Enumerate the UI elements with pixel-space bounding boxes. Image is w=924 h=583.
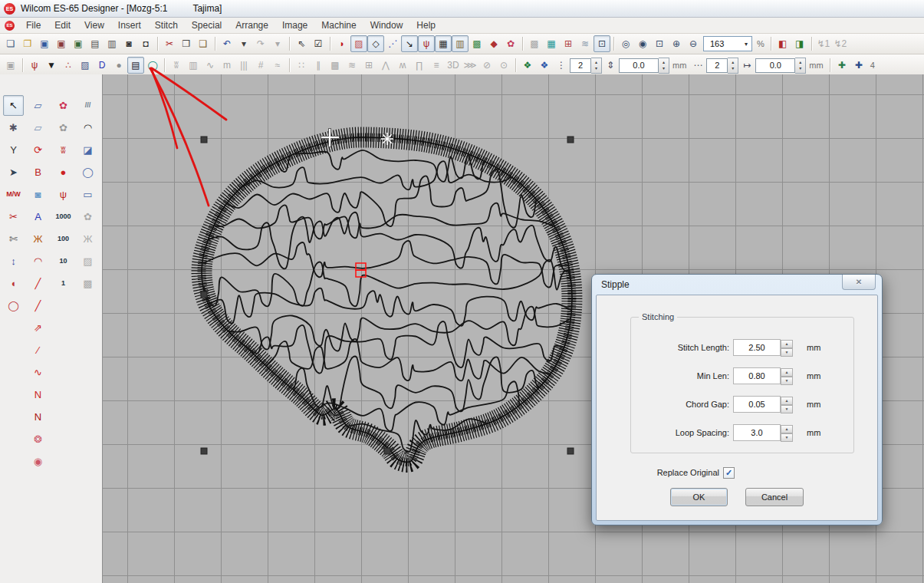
- scale-1000-tool[interactable]: 1000: [53, 206, 74, 227]
- machine-pin-icon[interactable]: ▼: [43, 57, 60, 74]
- array-layout-2-icon[interactable]: ✚: [850, 57, 867, 74]
- chevron-down-icon[interactable]: ▾: [741, 41, 751, 48]
- menu-item-window[interactable]: Window: [363, 18, 410, 32]
- kaleidoscope-icon[interactable]: ⋮: [553, 57, 570, 74]
- fan-stitch-tool[interactable]: ◖: [3, 273, 24, 294]
- pointer-properties-icon[interactable]: ⇖: [293, 35, 310, 52]
- accordion-spacing-icon[interactable]: ≡: [428, 57, 445, 74]
- cross-stitch-fill-icon[interactable]: ▩: [327, 57, 344, 74]
- wreath-count-input[interactable]: 2: [570, 58, 591, 73]
- spacing-horizontal-icon[interactable]: ↦: [738, 57, 755, 74]
- undo-icon[interactable]: ↶: [219, 35, 235, 52]
- dim-artwork-icon[interactable]: ▩: [526, 35, 543, 52]
- outline-run-icon[interactable]: ◇: [367, 35, 384, 52]
- stitch-colors-icon[interactable]: ▦: [543, 35, 560, 52]
- curve-reshape-tool[interactable]: ◠: [28, 251, 48, 272]
- stitch-spacing-tool[interactable]: ψ: [53, 184, 74, 205]
- copy-icon[interactable]: ❒: [178, 35, 195, 52]
- overlap-remove-tool[interactable]: B: [28, 162, 48, 183]
- new-design-icon[interactable]: ❏: [2, 35, 19, 52]
- redo-dropdown-icon[interactable]: ▾: [269, 35, 286, 52]
- write-machine-file-icon[interactable]: ▣: [53, 35, 70, 52]
- slow-redraw-2-icon[interactable]: ↯2: [832, 35, 849, 52]
- photo-disabled-tool[interactable]: ▨: [77, 251, 98, 272]
- array-count-spinner[interactable]: ▴▾: [728, 58, 738, 74]
- machine-manager-icon[interactable]: ◘: [137, 35, 154, 52]
- radial-stitch-tool[interactable]: ◉: [28, 451, 48, 472]
- slant-fill-icon[interactable]: ∥: [310, 57, 327, 74]
- wave-fill-icon[interactable]: ≈: [269, 57, 286, 74]
- orientation-ellipse-tool[interactable]: ◯: [3, 295, 24, 316]
- program-split-icon[interactable]: ▨: [77, 57, 94, 74]
- dashed-run-tool[interactable]: ╱: [28, 273, 48, 294]
- menu-item-arrange[interactable]: Arrange: [229, 18, 275, 32]
- color-film-icon[interactable]: ⊞: [560, 35, 577, 52]
- selection-handle[interactable]: [201, 448, 207, 454]
- mirror-rotate-tool[interactable]: ⟳: [28, 140, 48, 160]
- fractal-fill-icon[interactable]: ʍ: [394, 57, 411, 74]
- basic-shape-icon[interactable]: ●: [110, 57, 127, 74]
- zoom-in-icon[interactable]: ⊕: [668, 35, 685, 52]
- digitize-run-icon[interactable]: ∴: [60, 57, 77, 74]
- loop-spacing-input[interactable]: [733, 424, 781, 441]
- min-len-spinner[interactable]: ▲▼: [781, 368, 793, 384]
- dots-row-icon[interactable]: ⋯: [689, 57, 706, 74]
- zoom-level-combo[interactable]: 163▾: [703, 36, 752, 51]
- menu-item-edit[interactable]: Edit: [48, 18, 77, 32]
- hoop-toggle-icon[interactable]: ▥: [452, 35, 469, 52]
- array-layout-1-icon[interactable]: ✚: [834, 57, 850, 74]
- offset-y-spinner[interactable]: ▴▾: [659, 58, 669, 74]
- straight-run-tool[interactable]: ∕: [28, 340, 48, 361]
- satin-stitch-icon[interactable]: ◗: [334, 35, 350, 52]
- motif-run-icon[interactable]: ⋰: [384, 35, 401, 52]
- scale-1-tool[interactable]: 1: [53, 273, 74, 294]
- stitch-updown-tool[interactable]: ↕: [3, 251, 24, 272]
- flower-gray-tool[interactable]: ✿: [53, 117, 74, 138]
- stitch-length-input[interactable]: [733, 339, 781, 356]
- stipple-run-icon[interactable]: ▤: [127, 57, 144, 74]
- auto-apply-icon[interactable]: ☑: [310, 35, 327, 52]
- wreath-count-spinner[interactable]: ▴▾: [591, 58, 602, 74]
- scale-10-tool[interactable]: 10: [53, 251, 74, 272]
- show-bitmap-icon[interactable]: ▩: [469, 35, 485, 52]
- tatami-type-icon[interactable]: ▥: [185, 57, 202, 74]
- loop-spacing-spinner[interactable]: ▲▼: [781, 425, 793, 440]
- stitch-to-machine-icon[interactable]: ◙: [120, 35, 137, 52]
- trim-connectors-tool[interactable]: ✄: [3, 229, 24, 249]
- polygon-select-tool[interactable]: ✱: [3, 117, 24, 138]
- cut-icon[interactable]: ✂: [161, 35, 178, 52]
- selection-handle[interactable]: [201, 137, 207, 143]
- needle-points-icon[interactable]: ψ: [418, 35, 435, 52]
- tatami-fill-icon[interactable]: ▨: [350, 35, 367, 52]
- stitch-angle-icon[interactable]: ↘: [401, 35, 418, 52]
- ok-button[interactable]: OK: [670, 488, 728, 506]
- stitch-types-tool[interactable]: M/W: [3, 184, 24, 205]
- fill-shape-tool[interactable]: ◪: [77, 140, 98, 160]
- e-stitch-type-icon[interactable]: m: [219, 57, 235, 74]
- zigzag-type-icon[interactable]: ∿: [202, 57, 219, 74]
- min-len-input[interactable]: [733, 367, 781, 384]
- grid-toggle-icon[interactable]: ▦: [435, 35, 452, 52]
- arrow-run-tool[interactable]: ⇗: [28, 318, 48, 338]
- motif-fill-icon[interactable]: ∷: [293, 57, 310, 74]
- array-count-input[interactable]: 2: [706, 58, 728, 73]
- 3d-warp-icon[interactable]: 3D: [445, 57, 462, 74]
- cancel-button[interactable]: Cancel: [745, 488, 804, 506]
- menu-item-insert[interactable]: Insert: [111, 18, 148, 32]
- stitch-edit-tool[interactable]: ➤: [3, 162, 24, 183]
- sequence-list-icon[interactable]: ◨: [791, 35, 808, 52]
- single-needle-icon[interactable]: ψ: [26, 57, 43, 74]
- offset-x-spinner[interactable]: ▴▾: [795, 58, 806, 74]
- push-pull-tool[interactable]: ●: [53, 162, 74, 183]
- chord-gap-input[interactable]: [733, 396, 781, 413]
- document-menu-icon[interactable]: ES: [5, 21, 15, 31]
- stump-work-icon[interactable]: ⊙: [495, 57, 512, 74]
- undo-dropdown-icon[interactable]: ▾: [235, 35, 252, 52]
- selection-handle[interactable]: [201, 292, 207, 298]
- menu-item-stitch[interactable]: Stitch: [148, 18, 185, 32]
- mirror-merge-v-icon[interactable]: ❖: [536, 57, 553, 74]
- redo-icon[interactable]: ↷: [252, 35, 269, 52]
- spacing-vertical-icon[interactable]: ⇕: [602, 57, 619, 74]
- overview-window-icon[interactable]: ▣: [2, 57, 19, 74]
- show-vectors-icon[interactable]: ◆: [485, 35, 502, 52]
